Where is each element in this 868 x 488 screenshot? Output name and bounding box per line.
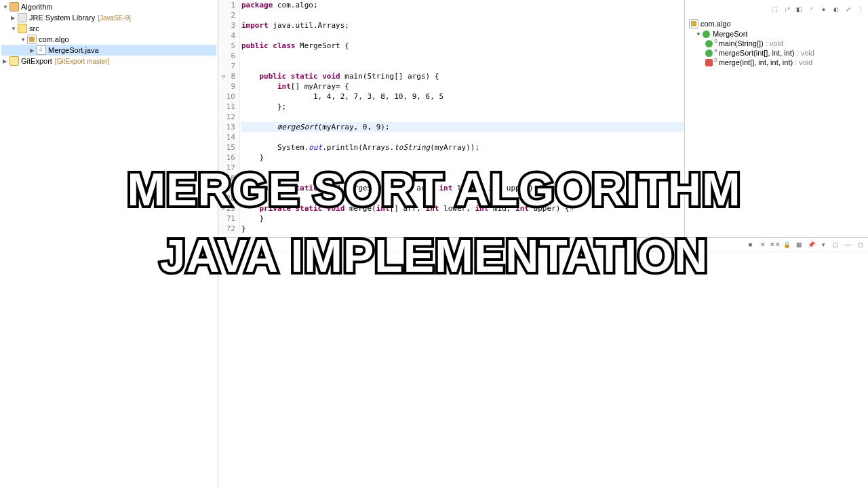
outline-method-mergesort[interactable]: S mergeSort(int[], int, int) : void bbox=[688, 48, 865, 58]
outline-return-type: : void bbox=[797, 49, 814, 57]
caret-icon[interactable]: ▶ bbox=[3, 58, 9, 64]
outline-label: MergeSort bbox=[713, 30, 747, 38]
console-toolbar: ■ ✕ ✕✕ 🔒 ▦ 📌 ▾ ▢ — ◻ bbox=[218, 238, 868, 251]
code-line[interactable]: public static void main(String[] args) { bbox=[241, 71, 684, 81]
code-line[interactable] bbox=[241, 173, 684, 183]
tree-label: MergeSort.java bbox=[48, 46, 99, 54]
library-icon bbox=[18, 13, 27, 22]
static-badge: S bbox=[714, 48, 717, 53]
code-line[interactable] bbox=[241, 10, 684, 20]
code-line[interactable]: private static void merge(int[] arr, int… bbox=[241, 203, 684, 214]
code-line[interactable] bbox=[241, 193, 684, 203]
maximize-icon[interactable]: ◻ bbox=[855, 239, 865, 249]
tree-label: Algorithm bbox=[21, 3, 52, 11]
class-icon bbox=[703, 30, 710, 38]
open-console-icon[interactable]: ▢ bbox=[831, 239, 841, 249]
gutter: 1234567⊖89101112131415161718⊕1928⊕297172 bbox=[218, 0, 240, 234]
link-editor-icon[interactable]: ⤢ bbox=[843, 4, 853, 14]
folder-icon bbox=[18, 24, 27, 33]
package-icon bbox=[689, 19, 698, 28]
caret-icon[interactable]: ▼ bbox=[11, 26, 18, 32]
outline-label: mergeSort(int[], int, int) bbox=[719, 49, 795, 57]
code-line[interactable]: } bbox=[241, 224, 684, 234]
tree-gitexport[interactable]: ▶ GitExport [GitExport master] bbox=[1, 56, 216, 66]
code-line[interactable]: public static void mergeSort(int[] arr, … bbox=[241, 183, 684, 193]
tree-src[interactable]: ▼ src bbox=[1, 23, 216, 34]
code-lines[interactable]: package com.algo; import java.util.Array… bbox=[240, 0, 684, 234]
view-menu-icon[interactable]: ⋮ bbox=[855, 4, 865, 14]
outline-package[interactable]: com.algo bbox=[688, 18, 865, 29]
code-line[interactable] bbox=[241, 112, 684, 122]
code-line[interactable] bbox=[241, 61, 684, 71]
fold-icon[interactable]: ⊕ bbox=[218, 183, 225, 193]
tree-file-mergesort[interactable]: ▶ MergeSort.java bbox=[1, 45, 216, 56]
clear-console-icon[interactable]: ▦ bbox=[794, 239, 804, 249]
code-line[interactable]: 1, 4, 2, 7, 3, 8, 10, 9, 6, 5 bbox=[241, 92, 684, 102]
code-line[interactable]: int[] myArray= { bbox=[241, 81, 684, 92]
tree-label: com.algo bbox=[39, 35, 69, 43]
hide-fields-icon[interactable]: ◧ bbox=[794, 4, 804, 14]
static-badge: S bbox=[714, 39, 717, 43]
outline-label: merge(int[], int, int, int) bbox=[719, 58, 793, 66]
hide-nonpublic-icon[interactable]: ● bbox=[818, 4, 829, 14]
package-explorer: ▼ Algorithm ▶ JRE System Library [JavaSE… bbox=[0, 0, 218, 488]
tree-decor: [JavaSE-9] bbox=[98, 14, 131, 22]
code-line[interactable]: public class MergeSort { bbox=[241, 41, 684, 51]
outline-method-main[interactable]: S main(String[]) : void bbox=[688, 39, 865, 48]
caret-icon[interactable]: ▶ bbox=[30, 47, 37, 54]
minimize-icon[interactable]: — bbox=[843, 239, 853, 249]
tree-decor: [GitExport master] bbox=[55, 58, 110, 65]
pin-console-icon[interactable]: 📌 bbox=[806, 239, 816, 249]
focus-icon[interactable]: ⬚ bbox=[770, 4, 780, 14]
fold-icon[interactable]: ⊖ bbox=[218, 71, 225, 81]
fold-icon[interactable]: ⊕ bbox=[218, 203, 225, 214]
code-line[interactable]: }; bbox=[241, 102, 684, 112]
static-badge: S bbox=[714, 58, 717, 62]
console-view: ■ ✕ ✕✕ 🔒 ▦ 📌 ▾ ▢ — ◻ bbox=[218, 237, 868, 488]
code-line[interactable]: } bbox=[241, 214, 684, 224]
caret-icon[interactable]: ▼ bbox=[3, 4, 9, 10]
code-line[interactable]: package com.algo; bbox=[241, 0, 684, 10]
outline-return-type: : void bbox=[795, 58, 812, 66]
tree-jre[interactable]: ▶ JRE System Library [JavaSE-9] bbox=[1, 12, 216, 23]
outline-label: main(String[]) bbox=[719, 39, 764, 47]
outline-return-type: : void bbox=[766, 39, 783, 47]
code-line[interactable]: import java.util.Arrays; bbox=[241, 20, 684, 30]
tree-label: JRE System Library bbox=[29, 14, 95, 22]
remove-all-icon[interactable]: ✕✕ bbox=[770, 239, 780, 249]
code-line[interactable] bbox=[241, 30, 684, 41]
private-method-icon bbox=[705, 59, 713, 66]
tree-project[interactable]: ▼ Algorithm bbox=[1, 1, 216, 12]
outline-method-merge[interactable]: S merge(int[], int, int, int) : void bbox=[688, 58, 865, 67]
code-line[interactable] bbox=[241, 51, 684, 61]
package-icon bbox=[27, 35, 37, 44]
java-file-icon bbox=[37, 45, 46, 55]
scroll-lock-icon[interactable]: 🔒 bbox=[782, 239, 792, 249]
tree-package[interactable]: ▼ com.algo bbox=[1, 34, 216, 45]
code-line[interactable] bbox=[241, 163, 684, 173]
outline-class[interactable]: ▼ MergeSort bbox=[688, 29, 865, 39]
remove-launch-icon[interactable]: ✕ bbox=[757, 239, 768, 249]
tree-label: src bbox=[29, 24, 39, 33]
code-line[interactable]: } bbox=[241, 152, 684, 163]
hide-static-icon[interactable]: ˢ bbox=[806, 4, 816, 14]
tree-label: GitExport bbox=[21, 57, 52, 65]
caret-icon[interactable]: ▼ bbox=[20, 37, 27, 43]
public-method-icon bbox=[705, 40, 713, 47]
sort-icon[interactable]: ↓ᴬ bbox=[782, 4, 792, 14]
code-line[interactable] bbox=[241, 132, 684, 142]
project-icon bbox=[9, 2, 19, 12]
code-line[interactable]: mergeSort(myArray, 0, 9); bbox=[241, 122, 684, 132]
code-line[interactable]: System.out.println(Arrays.toString(myArr… bbox=[241, 142, 684, 152]
hide-local-icon[interactable]: ◐ bbox=[831, 4, 841, 14]
outline-toolbar: ⬚ ↓ᴬ ◧ ˢ ● ◐ ⤢ ⋮ bbox=[688, 3, 865, 18]
caret-icon: ▼ bbox=[696, 31, 703, 37]
git-icon bbox=[9, 56, 19, 66]
public-method-icon bbox=[705, 49, 713, 57]
outline-label: com.algo bbox=[701, 20, 731, 28]
display-console-icon[interactable]: ▾ bbox=[818, 239, 829, 249]
terminate-icon[interactable]: ■ bbox=[745, 239, 755, 249]
caret-icon[interactable]: ▶ bbox=[11, 15, 18, 21]
